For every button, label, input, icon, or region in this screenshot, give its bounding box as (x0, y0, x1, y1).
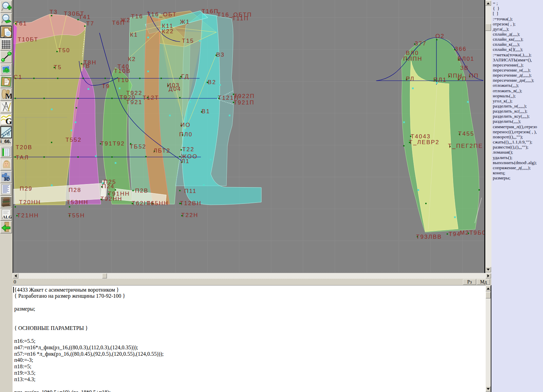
svg-text:Т65НН: Т65НН (147, 200, 169, 207)
svg-text:В3: В3 (216, 52, 225, 58)
svg-text:Т16_ОБТ: Т16_ОБТ (147, 11, 177, 18)
svg-text:ЛБТ2: ЛБТ2 (153, 148, 170, 154)
svg-text:Т10В: Т10В (114, 68, 131, 74)
svg-text:Т921П: Т921П (233, 99, 255, 106)
svg-text:РП: РП (457, 76, 467, 82)
svg-text:Т552: Т552 (65, 137, 82, 143)
svg-text:366: 366 (455, 46, 467, 52)
svg-text:Т55Н: Т55Н (68, 212, 85, 219)
svg-text:Т22Н: Т22Н (181, 212, 198, 218)
svg-text:Т50: Т50 (58, 47, 70, 54)
svg-text:Т6П: Т6П (112, 20, 125, 26)
svg-text:В1: В1 (202, 108, 210, 115)
svg-text:Л1: Л1 (181, 158, 190, 164)
svg-text:Т3: Т3 (50, 9, 58, 15)
svg-text:ALG: ALG (2, 214, 12, 219)
svg-text:Т12Т: Т12Т (143, 95, 159, 101)
svg-text:Т455: Т455 (458, 131, 474, 137)
svg-text:Т7: Т7 (86, 20, 94, 27)
svg-text:Т922П: Т922П (234, 93, 255, 99)
svg-text:Т_ЛЕВР2: Т_ЛЕВР2 (409, 139, 439, 145)
svg-text:Т53НН: Т53НН (67, 199, 89, 205)
svg-text:Т20НН: Т20НН (19, 199, 41, 205)
svg-text:К2: К2 (128, 56, 136, 62)
svg-text:Т16: Т16 (131, 13, 143, 20)
svg-text:Ж1: Ж1 (180, 19, 190, 25)
svg-text:Т11П: Т11П (232, 15, 249, 22)
svg-text:8: 8 (7, 131, 10, 137)
svg-text:Т921: Т921 (126, 99, 143, 105)
svg-text:377: 377 (415, 40, 427, 47)
svg-text:В2: В2 (208, 79, 216, 85)
svg-text:7: 7 (2, 133, 4, 138)
svg-text:П24: П24 (102, 183, 115, 190)
svg-text:Т15: Т15 (182, 38, 194, 44)
svg-text:ТВ: ТВ (81, 63, 90, 69)
svg-text:Д04: Д04 (169, 86, 181, 92)
svg-text:ПП: ПП (469, 73, 479, 79)
svg-text:M: M (5, 92, 12, 100)
svg-text:Т92НН: Т92НН (100, 196, 123, 202)
svg-text:М2Т9Б0: М2Т9Б0 (460, 230, 484, 236)
svg-text:П11: П11 (184, 188, 196, 194)
svg-text:Т12ВН: Т12ВН (180, 200, 202, 207)
svg-text:П28: П28 (69, 187, 81, 193)
svg-text:3В: 3В (460, 65, 469, 71)
svg-text:3D: 3D (4, 176, 10, 182)
svg-text:Т5: Т5 (54, 64, 62, 71)
svg-text:С1: С1 (14, 74, 22, 80)
svg-text:Т91Т92: Т91Т92 (100, 140, 125, 147)
svg-text:ПЛ0: ПЛ0 (179, 131, 192, 138)
svg-text:К22: К22 (162, 28, 174, 35)
svg-text:ПЛПН: ПЛПН (403, 56, 423, 62)
svg-text:Т94: Т94 (449, 231, 461, 237)
svg-text:Т9: Т9 (102, 83, 110, 90)
svg-text:РЛ: РЛ (406, 76, 415, 82)
svg-text:П2В: П2В (135, 188, 149, 194)
svg-text:О2: О2 (435, 33, 445, 39)
svg-text:Т10БТ: Т10БТ (18, 36, 38, 43)
svg-text:Т10: Т10 (117, 77, 129, 83)
svg-text:К1: К1 (130, 32, 138, 38)
svg-text:Т21НН: Т21НН (17, 212, 39, 219)
svg-text:ГД: ГД (181, 73, 189, 80)
svg-text:Т61: Т61 (15, 20, 27, 27)
svg-text:ТБ52: ТБ52 (130, 143, 146, 150)
svg-text:G: G (5, 117, 12, 125)
svg-text:ВЛ01: ВЛ01 (457, 56, 474, 62)
svg-text:ТАЛ: ТАЛ (16, 154, 29, 161)
svg-text:Т_ПЕГ2ПЕ: Т_ПЕГ2ПЕ (448, 143, 483, 149)
svg-text:П29: П29 (20, 185, 33, 192)
svg-text:Т22: Т22 (182, 146, 194, 153)
svg-text:Т20В: Т20В (16, 144, 32, 151)
svg-text:Т93ЛВВ: Т93ЛВВ (416, 234, 442, 240)
svg-text:ПЛ1: ПЛ1 (433, 77, 447, 83)
svg-text:ИО: ИО (181, 122, 191, 128)
svg-text:Т41: Т41 (79, 14, 91, 20)
svg-text:Т16П: Т16П (202, 8, 219, 15)
